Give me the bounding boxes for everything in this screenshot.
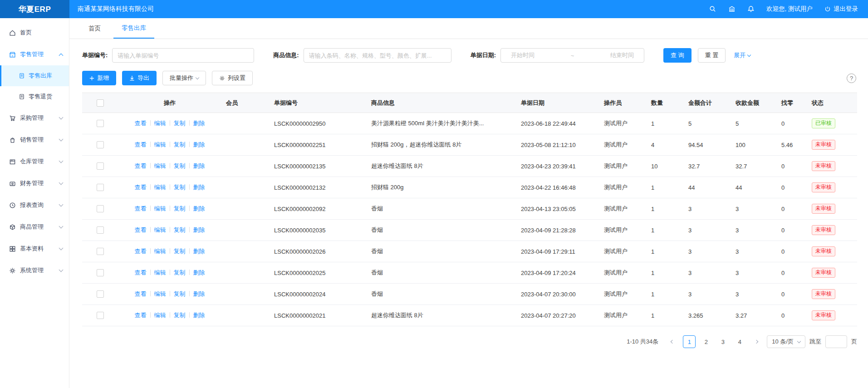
- table-header-row: 操作 会员 单据编号 商品信息 单据日期 操作员 数量 金额合计 收款金额 找零…: [82, 93, 857, 113]
- view-link[interactable]: 查看: [135, 162, 147, 169]
- app-logo[interactable]: 华夏ERP: [0, 0, 69, 18]
- view-link[interactable]: 查看: [135, 269, 147, 276]
- delete-link[interactable]: 删除: [193, 269, 205, 276]
- sidebar-item-purchase-management[interactable]: 采购管理: [0, 107, 69, 129]
- edit-link[interactable]: 编辑: [154, 184, 166, 191]
- row-checkbox[interactable]: [97, 248, 104, 255]
- sidebar-item-sales-management[interactable]: 销售管理: [0, 129, 69, 151]
- column-settings-button[interactable]: 列设置: [212, 71, 253, 85]
- edit-link[interactable]: 编辑: [154, 162, 166, 169]
- page-size-select[interactable]: 10 条/页: [767, 335, 805, 348]
- edit-link[interactable]: 编辑: [154, 269, 166, 276]
- bank-icon[interactable]: [728, 5, 736, 13]
- sidebar-item-retail-outbound[interactable]: 零售出库: [0, 65, 69, 86]
- export-button[interactable]: 导出: [122, 71, 157, 85]
- edit-link[interactable]: 编辑: [154, 205, 166, 212]
- copy-link[interactable]: 复制: [174, 226, 186, 233]
- jump-to-label: 跳至: [809, 338, 821, 346]
- copy-link[interactable]: 复制: [174, 141, 186, 148]
- bell-icon[interactable]: [747, 5, 755, 13]
- row-checkbox[interactable]: [97, 312, 104, 319]
- copy-link[interactable]: 复制: [174, 248, 186, 255]
- help-icon[interactable]: ?: [847, 74, 856, 83]
- view-link[interactable]: 查看: [135, 205, 147, 212]
- delete-link[interactable]: 删除: [193, 205, 205, 212]
- sidebar-item-retail-return[interactable]: 零售退货: [0, 86, 69, 107]
- row-checkbox[interactable]: [97, 120, 104, 127]
- next-page-button[interactable]: [750, 335, 763, 348]
- delete-link[interactable]: 删除: [193, 184, 205, 191]
- cell-goods-info: 超迷你维达面纸 8片: [367, 156, 516, 177]
- copy-link[interactable]: 复制: [174, 162, 186, 169]
- edit-link[interactable]: 编辑: [154, 141, 166, 148]
- edit-link[interactable]: 编辑: [154, 226, 166, 233]
- sidebar-item-goods-management[interactable]: 商品管理: [0, 216, 69, 238]
- delete-link[interactable]: 删除: [193, 141, 205, 148]
- row-checkbox[interactable]: [97, 269, 104, 276]
- logout-button[interactable]: 退出登录: [824, 5, 858, 13]
- bill-no-input[interactable]: [112, 48, 254, 63]
- sidebar-item-report-query[interactable]: 报表查询: [0, 194, 69, 216]
- cell-paid-amount: 3: [731, 241, 777, 262]
- delete-link[interactable]: 删除: [193, 162, 205, 169]
- copy-link[interactable]: 复制: [174, 120, 186, 127]
- view-link[interactable]: 查看: [135, 120, 147, 127]
- view-link[interactable]: 查看: [135, 226, 147, 233]
- search-button[interactable]: 查 询: [663, 48, 691, 63]
- batch-operation-button[interactable]: 批量操作: [162, 71, 206, 85]
- view-link[interactable]: 查看: [135, 290, 147, 297]
- delete-link[interactable]: 删除: [193, 226, 205, 233]
- jump-to-input[interactable]: [825, 335, 847, 348]
- expand-link[interactable]: 展开: [734, 51, 750, 59]
- copy-link[interactable]: 复制: [174, 269, 186, 276]
- copy-link[interactable]: 复制: [174, 312, 186, 319]
- cell-member: [221, 305, 270, 326]
- sidebar-item-finance-management[interactable]: 财务管理: [0, 172, 69, 194]
- copy-link[interactable]: 复制: [174, 205, 186, 212]
- edit-link[interactable]: 编辑: [154, 312, 166, 319]
- row-checkbox[interactable]: [97, 205, 104, 212]
- welcome-user[interactable]: 欢迎您, 测试用户: [766, 5, 813, 13]
- row-checkbox[interactable]: [97, 226, 104, 234]
- document-icon: [19, 73, 25, 79]
- row-checkbox[interactable]: [97, 162, 104, 170]
- copy-link[interactable]: 复制: [174, 184, 186, 191]
- search-icon[interactable]: [709, 5, 716, 13]
- sidebar-item-warehouse-management[interactable]: 仓库管理: [0, 151, 69, 172]
- cell-bill-date: 2023-04-13 23:05:05: [516, 198, 599, 220]
- sidebar-item-system-management[interactable]: 系统管理: [0, 260, 69, 281]
- delete-link[interactable]: 删除: [193, 312, 205, 319]
- page-button-1[interactable]: 1: [683, 335, 696, 348]
- sidebar-item-home[interactable]: 首页: [0, 22, 69, 44]
- delete-link[interactable]: 删除: [193, 248, 205, 255]
- view-link[interactable]: 查看: [135, 141, 147, 148]
- delete-link[interactable]: 删除: [193, 290, 205, 297]
- cell-quantity: 1: [647, 113, 684, 134]
- row-checkbox[interactable]: [97, 290, 104, 298]
- view-link[interactable]: 查看: [135, 184, 147, 191]
- view-link[interactable]: 查看: [135, 248, 147, 255]
- tab-retail-outbound[interactable]: 零售出库: [113, 18, 154, 39]
- sidebar-item-basic-data[interactable]: 基本资料: [0, 238, 69, 260]
- page-button-4[interactable]: 4: [733, 335, 746, 348]
- edit-link[interactable]: 编辑: [154, 248, 166, 255]
- add-button[interactable]: 新增: [82, 71, 116, 85]
- edit-link[interactable]: 编辑: [154, 290, 166, 297]
- page-button-3[interactable]: 3: [716, 335, 729, 348]
- copy-link[interactable]: 复制: [174, 290, 186, 297]
- goods-info-input[interactable]: [304, 48, 451, 63]
- row-checkbox[interactable]: [97, 141, 104, 148]
- retail-outbound-table: 操作 会员 单据编号 商品信息 单据日期 操作员 数量 金额合计 收款金额 找零…: [82, 93, 857, 326]
- row-checkbox[interactable]: [97, 184, 104, 191]
- sidebar-item-retail-management[interactable]: 零售管理: [0, 44, 69, 65]
- view-link[interactable]: 查看: [135, 312, 147, 319]
- page-button-2[interactable]: 2: [700, 335, 712, 348]
- select-all-checkbox[interactable]: [97, 99, 104, 107]
- reset-button[interactable]: 重 置: [698, 48, 726, 63]
- date-range-picker[interactable]: 开始时间 ~ 结束时间: [500, 48, 644, 63]
- delete-link[interactable]: 删除: [193, 120, 205, 127]
- chevron-up-icon: [59, 53, 64, 58]
- tab-home[interactable]: 首页: [80, 18, 109, 39]
- edit-link[interactable]: 编辑: [154, 120, 166, 127]
- prev-page-button[interactable]: [666, 335, 679, 348]
